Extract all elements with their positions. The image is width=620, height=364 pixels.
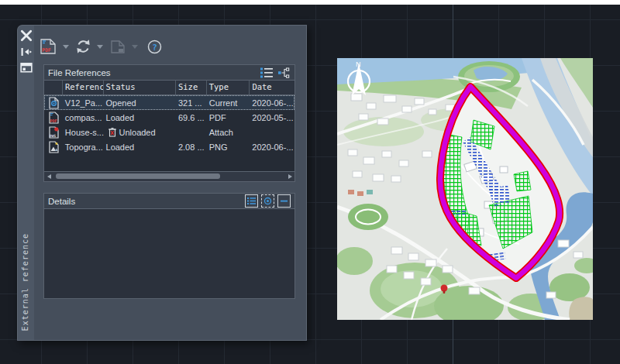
column-header-reference[interactable]: Reference: [63, 81, 104, 94]
column-header-type[interactable]: Type: [207, 81, 250, 94]
reference-type: Attach: [207, 128, 250, 137]
reference-size: 321 ...: [176, 98, 207, 108]
window-top-edge: [0, 0, 620, 5]
file-references-header[interactable]: File References: [43, 64, 295, 81]
table-row[interactable]: DWG House-s... Unloaded: [44, 125, 294, 139]
reference-status: Opened: [104, 98, 176, 108]
details-panel: Details: [43, 193, 295, 299]
reference-date: 2020-06-...: [250, 143, 294, 152]
preview-eye-icon: [263, 196, 273, 206]
help-button[interactable]: ?: [147, 39, 162, 54]
attach-dropdown-arrow[interactable]: [63, 45, 69, 49]
attach-pdf-icon: PDF: [39, 38, 57, 55]
drawing-current-icon: [47, 97, 60, 109]
reference-status: Unloaded: [104, 127, 176, 137]
reference-name: compas...: [63, 113, 104, 122]
close-icon[interactable]: [20, 29, 33, 42]
collapse-button[interactable]: [277, 194, 291, 208]
column-header-icon[interactable]: [44, 81, 63, 94]
tree-view-icon[interactable]: [278, 67, 291, 78]
column-header-size[interactable]: Size: [176, 81, 207, 94]
svg-text:N: N: [356, 60, 361, 68]
refresh-button[interactable]: [75, 39, 91, 54]
refresh-dropdown-arrow[interactable]: [97, 45, 103, 49]
reference-type: PDF: [207, 113, 250, 122]
reference-status: Loaded: [104, 143, 176, 152]
external-reference-palette: External reference PDF: [17, 25, 307, 341]
column-header-date[interactable]: Date: [250, 81, 294, 94]
column-header-status[interactable]: Status: [104, 81, 176, 94]
file-references-table: Reference Status Size Type Date: [43, 81, 295, 172]
svg-text:PDF: PDF: [42, 47, 51, 53]
palette-titlebar[interactable]: External reference: [17, 25, 34, 341]
minus-icon: [279, 196, 289, 206]
table-header-row: Reference Status Size Type Date: [44, 81, 294, 95]
reference-size: 2.08 ...: [176, 143, 207, 152]
details-title: Details: [48, 197, 75, 206]
reference-type: Current: [207, 98, 250, 108]
svg-text:PDF: PDF: [50, 118, 57, 122]
png-image-icon: [47, 141, 60, 153]
horizontal-scrollbar[interactable]: [43, 172, 295, 182]
properties-icon[interactable]: [20, 61, 33, 74]
svg-text:?: ?: [152, 42, 157, 52]
file-references-title: File References: [48, 68, 111, 77]
scrollbar-thumb[interactable]: [56, 173, 220, 179]
refresh-icon: [75, 39, 91, 54]
change-path-icon: [109, 39, 126, 54]
unload-trash-icon: [108, 127, 117, 137]
details-list-button[interactable]: [245, 194, 258, 208]
reference-date: 2020-06-...: [250, 98, 294, 108]
reference-type: PNG: [207, 143, 250, 152]
preview-button[interactable]: [261, 194, 274, 208]
table-row[interactable]: V12_Pa... Opened 321 ... Current 2020-06…: [44, 95, 294, 110]
auto-hide-icon[interactable]: [20, 46, 33, 58]
file-references-panel: File References: [43, 64, 295, 182]
help-icon: ?: [147, 39, 162, 54]
reference-name: V12_Pa...: [63, 98, 104, 108]
details-list-icon: [246, 196, 257, 206]
details-content: [43, 209, 295, 299]
palette-body: PDF: [34, 25, 307, 341]
scroll-left-arrow[interactable]: [44, 172, 53, 181]
scroll-right-arrow[interactable]: [285, 172, 294, 181]
change-path-button-disabled[interactable]: [109, 39, 126, 54]
map-svg: N: [337, 58, 593, 320]
reference-name: House-s...: [63, 128, 104, 137]
table-row[interactable]: PDF compas... Loaded 69.6 ... PDF 2020-0…: [44, 110, 294, 125]
dwg-unloaded-icon: DWG: [47, 126, 60, 139]
reference-name: Topogra...: [63, 143, 104, 152]
reference-size: 69.6 ...: [176, 113, 207, 122]
attach-reference-button[interactable]: PDF: [39, 38, 57, 55]
reference-date: 2020-05-...: [250, 113, 294, 122]
pdf-file-icon: PDF: [47, 112, 60, 124]
change-path-dropdown-arrow: [132, 45, 138, 49]
map-drawing[interactable]: N: [337, 58, 593, 320]
table-row[interactable]: Topogra... Loaded 2.08 ... PNG 2020-06-.…: [44, 139, 294, 154]
palette-toolbar: PDF: [39, 36, 164, 57]
svg-text:DWG: DWG: [50, 133, 57, 137]
palette-title: External reference: [21, 233, 29, 331]
reference-status: Loaded: [104, 113, 176, 122]
list-view-icon[interactable]: [260, 67, 274, 78]
details-header[interactable]: Details: [43, 193, 295, 209]
